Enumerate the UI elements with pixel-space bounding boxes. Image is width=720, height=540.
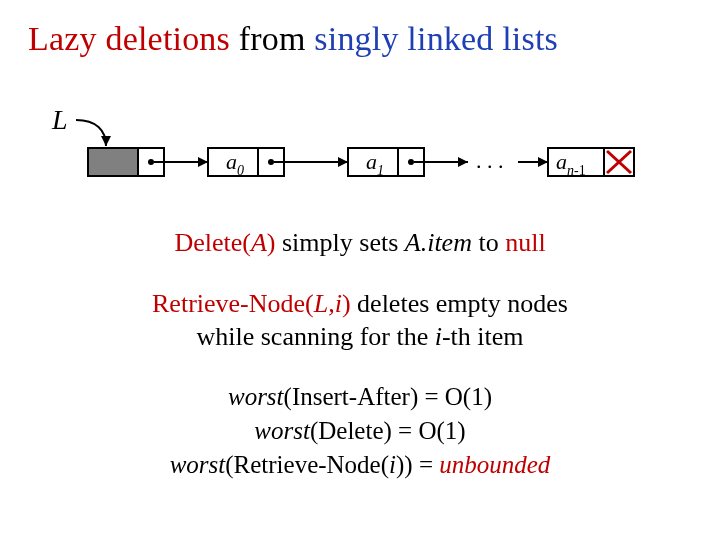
retrieve-fn: Retrieve-Node(L,i) bbox=[152, 289, 351, 318]
retrieve-line: Retrieve-Node(L,i) deletes empty nodes w… bbox=[0, 288, 720, 353]
svg-point-5 bbox=[268, 159, 274, 165]
arrowhead-2 bbox=[338, 157, 348, 167]
A-item: A.item bbox=[405, 228, 472, 257]
complexity-block: worst(Insert-After) = O(1) worst(Delete)… bbox=[0, 380, 720, 481]
title-part-2: from bbox=[230, 20, 314, 57]
retrieve-text-2: while scanning for the bbox=[196, 322, 434, 351]
slide: Lazy deletions from singly linked lists … bbox=[0, 0, 720, 540]
retrieve-text-3: -th item bbox=[442, 322, 524, 351]
worst-insert: worst(Insert-After) = O(1) bbox=[0, 380, 720, 414]
worst-retrieve: worst(Retrieve-Node(i)) = unbounded bbox=[0, 448, 720, 482]
arrowhead-4 bbox=[538, 157, 548, 167]
node-head bbox=[88, 148, 164, 176]
ellipsis: . . . bbox=[476, 148, 504, 173]
retrieve-text-1: deletes empty nodes bbox=[351, 289, 568, 318]
worst-delete: worst(Delete) = O(1) bbox=[0, 414, 720, 448]
slide-title: Lazy deletions from singly linked lists bbox=[0, 20, 720, 58]
node-a1 bbox=[348, 148, 424, 176]
null-word: null bbox=[505, 228, 545, 257]
arrow-L-to-head bbox=[76, 120, 106, 146]
linked-list-diagram: a0 a1 . . . an-1 bbox=[48, 112, 688, 192]
svg-point-2 bbox=[148, 159, 154, 165]
arrowhead-3 bbox=[458, 157, 468, 167]
node-a0 bbox=[208, 148, 284, 176]
i-var: i bbox=[435, 322, 442, 351]
svg-point-8 bbox=[408, 159, 414, 165]
svg-rect-0 bbox=[88, 148, 138, 176]
title-part-3: singly linked lists bbox=[314, 20, 558, 57]
arrow-L-head bbox=[101, 136, 111, 146]
arrowhead-1 bbox=[198, 157, 208, 167]
delete-fn: Delete(A) bbox=[174, 228, 275, 257]
delete-text-1: simply sets bbox=[275, 228, 404, 257]
delete-text-2: to bbox=[472, 228, 505, 257]
delete-line: Delete(A) simply sets A.item to null bbox=[0, 228, 720, 258]
title-part-1: Lazy deletions bbox=[28, 20, 230, 57]
